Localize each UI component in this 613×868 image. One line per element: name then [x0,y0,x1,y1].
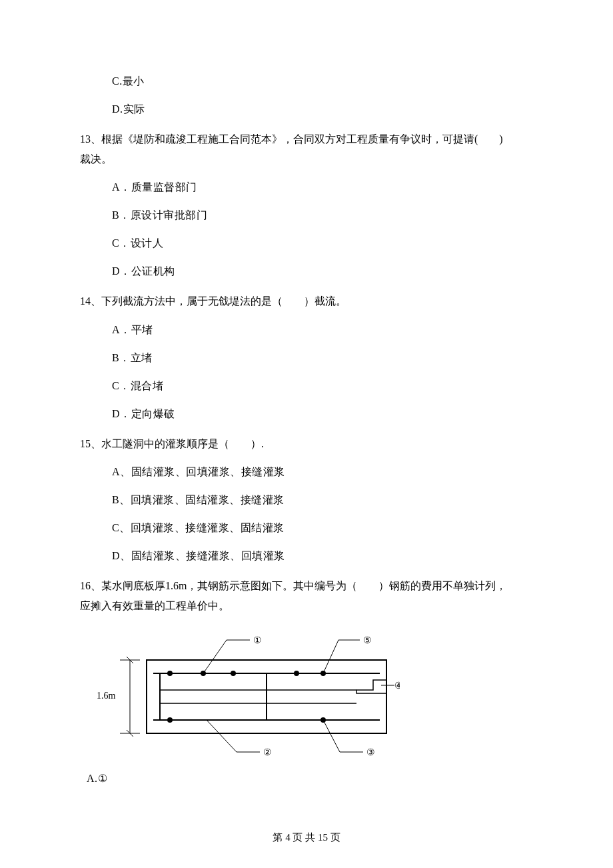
q16-option-a: A.① [87,771,533,787]
q13-stem: 13、根据《堤防和疏浚工程施工合同范本》，合同双方对工程质量有争议时，可提请( … [80,129,533,169]
diagram-label-5: ⑤ [363,635,372,645]
svg-point-16 [231,671,236,676]
q16-stem-line1: 16、某水闸底板厚1.6m，其钢筋示意图如下。其中编号为（ ）钢筋的费用不单独计… [80,580,506,591]
q15-option-b: B、回填灌浆、固结灌浆、接缝灌浆 [112,492,533,508]
svg-point-14 [167,671,173,676]
q14-option-c: C．混合堵 [112,378,533,394]
svg-line-28 [323,720,340,752]
diagram-label-4: ④ [394,681,400,691]
prev-option-d: D.实际 [112,101,533,117]
q13-option-d: D．公证机构 [112,263,533,279]
svg-line-21 [203,640,227,673]
q13-option-a: A．质量监督部门 [112,179,533,195]
rebar-diagram-svg: 1.6m [93,627,400,760]
page-footer: 第 4 页 共 15 页 [0,831,613,844]
q14-stem: 14、下列截流方法中，属于无戗堤法的是（ ）截流。 [80,291,533,311]
rebar-diagram: 1.6m [93,627,533,763]
q13-option-b: B．原设计审批部门 [112,207,533,223]
q14-option-a: A．平堵 [112,322,533,338]
q16-stem: 16、某水闸底板厚1.6m，其钢筋示意图如下。其中编号为（ ）钢筋的费用不单独计… [80,576,533,615]
q15-option-a: A、固结灌浆、回填灌浆、接缝灌浆 [112,464,533,480]
svg-point-19 [167,717,173,723]
diagram-label-2: ② [263,747,272,757]
q15-option-d: D、固结灌浆、接缝灌浆、回填灌浆 [112,548,533,564]
svg-line-23 [323,640,338,673]
page: C.最小 D.实际 13、根据《堤防和疏浚工程施工合同范本》，合同双方对工程质量… [0,0,613,868]
q14-option-b: B．立堵 [112,350,533,366]
q14-option-d: D．定向爆破 [112,406,533,422]
diagram-dim-label: 1.6m [97,691,116,701]
prev-option-c: C.最小 [112,73,533,89]
q15-option-c: C、回填灌浆、接缝灌浆、固结灌浆 [112,520,533,536]
q16-stem-line2: 应摊入有效重量的工程单价中。 [80,600,229,611]
q15-stem: 15、水工隧洞中的灌浆顺序是（ ）. [80,434,533,454]
q13-stem-line1: 13、根据《堤防和疏浚工程施工合同范本》，合同双方对工程质量有争议时，可提请( … [80,133,503,145]
q13-stem-line2: 裁决。 [80,153,112,165]
diagram-label-1: ① [253,635,262,645]
svg-line-26 [207,720,237,752]
q13-option-c: C．设计人 [112,235,533,251]
svg-point-17 [294,671,299,676]
diagram-label-3: ③ [366,747,375,757]
